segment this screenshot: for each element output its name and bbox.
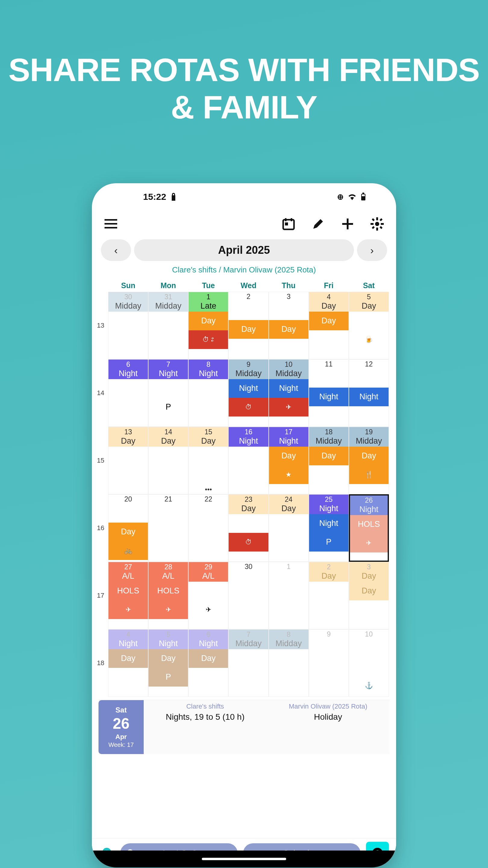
calendar-cell[interactable]: 16Night xyxy=(228,427,268,494)
calendar-cell[interactable]: 4NightDay xyxy=(108,629,148,697)
calendar-cell[interactable]: 13Day xyxy=(108,427,148,494)
calendar-cell[interactable]: 26NightHOLS✈ xyxy=(349,494,389,562)
calendar-cell[interactable]: 30Midday xyxy=(108,292,148,359)
calendar-cell[interactable]: 22 xyxy=(188,494,228,562)
dow-sat: Sat xyxy=(349,279,389,292)
detail-dayname: Sat xyxy=(116,706,127,714)
shift-block xyxy=(269,301,308,320)
month-navigation: ‹ April 2025 › xyxy=(92,239,396,261)
calendar-cell[interactable]: 7Midday xyxy=(228,629,268,697)
calendar-cell[interactable]: 30 xyxy=(228,562,268,629)
detail-column-1[interactable]: Clare's shifts Nights, 19 to 5 (10 h) xyxy=(144,700,267,754)
shift-label: Midday xyxy=(269,369,308,378)
week-row: 1727A/LHOLS✈28A/LHOLS✈29A/L ✈3012Day3Day… xyxy=(93,562,389,629)
edit-icon[interactable] xyxy=(311,217,325,231)
calendar-cell[interactable]: 20Day🚲 xyxy=(108,494,148,562)
calendar-cell[interactable]: 18MiddayDay xyxy=(309,427,349,494)
shift-block: ✈ xyxy=(149,600,188,619)
calendar-cell[interactable]: 11Night xyxy=(309,359,349,427)
day-number: 13 xyxy=(108,428,148,436)
shift-block: 3Day xyxy=(349,562,389,582)
calendar-cell[interactable]: 25NightNightP xyxy=(309,494,349,562)
svg-rect-19 xyxy=(380,218,383,221)
detail-column-2[interactable]: Marvin Olivaw (2025 Rota) Holiday xyxy=(267,700,390,754)
svg-rect-16 xyxy=(381,223,384,225)
day-number: 17 xyxy=(269,428,308,436)
shift-block: 24Day xyxy=(269,495,308,514)
shift-label: Midday xyxy=(309,437,349,446)
detail-date-badge: Sat 26 Apr Week: 17 xyxy=(98,700,144,754)
week-number: 18 xyxy=(93,629,108,697)
calendar-cell[interactable]: 19MiddayDay🍴 xyxy=(349,427,389,494)
calendar-cell[interactable]: 10MiddayNight✈ xyxy=(269,359,309,427)
calendar-cell[interactable]: 3Day xyxy=(269,292,309,359)
settings-icon[interactable] xyxy=(370,217,384,231)
day-number: 15 xyxy=(189,428,228,436)
shift-block: ⚓ xyxy=(349,676,389,695)
shift-label: A/L xyxy=(149,572,188,581)
shift-label: A/L xyxy=(189,572,228,581)
day-number: 4 xyxy=(309,293,349,301)
shift-block: 25Night xyxy=(309,495,349,514)
calendar-cell[interactable]: 14Day xyxy=(148,427,188,494)
shift-block: 4Night xyxy=(108,629,148,649)
calendar-cell[interactable]: 29A/L ✈ xyxy=(188,562,228,629)
calendar-cell[interactable]: 2Day xyxy=(309,562,349,629)
shift-block: ✈ xyxy=(108,600,148,619)
nav-handle[interactable] xyxy=(92,850,396,867)
month-title[interactable]: April 2025 xyxy=(134,239,354,261)
prev-month-button[interactable]: ‹ xyxy=(101,239,131,261)
today-icon[interactable] xyxy=(282,217,295,231)
shift-block: 23Day xyxy=(229,495,268,514)
shift-block: Day xyxy=(189,312,228,330)
day-number: 30 xyxy=(108,293,148,301)
day-number: 1 xyxy=(189,293,228,301)
shift-label: Night xyxy=(189,639,228,648)
day-number: 25 xyxy=(309,495,349,504)
calendar-cell[interactable]: 2Day xyxy=(228,292,268,359)
calendar-cell[interactable]: 1 xyxy=(269,562,309,629)
svg-rect-7 xyxy=(285,222,288,225)
calendar-cell[interactable]: 7Night P xyxy=(148,359,188,427)
menu-icon[interactable] xyxy=(104,217,118,231)
calendar-cell[interactable]: 24Day xyxy=(269,494,309,562)
calendar-cell[interactable]: 4DayDay xyxy=(309,292,349,359)
calendar-cell[interactable]: 23Day ⏱ xyxy=(228,494,268,562)
detail-col1-header: Clare's shifts xyxy=(149,703,262,710)
svg-rect-1 xyxy=(362,193,364,194)
add-icon[interactable] xyxy=(341,217,355,231)
calendar-cell[interactable]: 1LateDay⏱ ⇄ xyxy=(188,292,228,359)
svg-rect-5 xyxy=(104,227,117,228)
calendar-cell[interactable]: 12Night xyxy=(349,359,389,427)
shift-block: Day xyxy=(349,582,389,600)
calendar-cell[interactable]: 3DayDay xyxy=(349,562,389,629)
calendar-cell[interactable]: 31Midday xyxy=(148,292,188,359)
calendar-cell[interactable]: 27A/LHOLS✈ xyxy=(108,562,148,629)
calendar-cell[interactable]: 17NightDay★ xyxy=(269,427,309,494)
day-number: 3 xyxy=(349,563,389,571)
day-number: 26 xyxy=(350,496,388,505)
day-number: 2 xyxy=(229,292,268,301)
calendar-cell[interactable]: 8Midday xyxy=(269,629,309,697)
next-month-button[interactable]: › xyxy=(357,239,387,261)
calendar-cell[interactable]: 15Day ••• xyxy=(188,427,228,494)
calendar-cell[interactable]: 6NightDay xyxy=(188,629,228,697)
calendar-cell[interactable]: 9MiddayNight⏱ xyxy=(228,359,268,427)
calendar-cell[interactable]: 8Night xyxy=(188,359,228,427)
shift-block: ⏱ xyxy=(229,398,268,416)
calendar-cell[interactable]: 9 xyxy=(309,629,349,697)
shift-label: Midday xyxy=(349,437,389,446)
calendar-cell[interactable]: 5Day 🍺 xyxy=(349,292,389,359)
calendar-cell[interactable]: 10 ⚓ xyxy=(349,629,389,697)
calendar-cell[interactable]: 5NightDayP xyxy=(148,629,188,697)
shift-block xyxy=(349,312,389,330)
calendar-cell[interactable]: 28A/LHOLS✈ xyxy=(148,562,188,629)
battery-icon xyxy=(361,193,366,201)
calendar-cell[interactable]: 21 xyxy=(148,494,188,562)
shift-block: ⏱ ⇄ xyxy=(189,330,228,349)
calendar-cell[interactable]: 6Night xyxy=(108,359,148,427)
day-number: 16 xyxy=(229,428,268,436)
shift-block: HOLS xyxy=(149,582,188,600)
shift-label: Night xyxy=(229,437,268,446)
shift-block xyxy=(349,639,389,658)
